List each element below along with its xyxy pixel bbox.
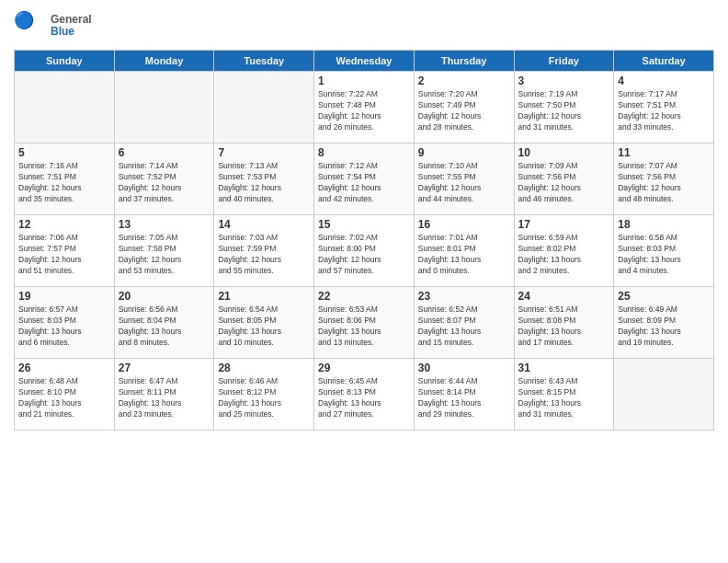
day-number: 27 bbox=[119, 362, 210, 374]
day-number: 6 bbox=[119, 146, 210, 159]
calendar-cell: 4Sunrise: 7:17 AM Sunset: 7:51 PM Daylig… bbox=[614, 72, 714, 144]
calendar-week-1: 1Sunrise: 7:22 AM Sunset: 7:48 PM Daylig… bbox=[15, 72, 714, 144]
calendar-week-2: 5Sunrise: 7:16 AM Sunset: 7:51 PM Daylig… bbox=[15, 144, 714, 215]
calendar-week-5: 26Sunrise: 6:48 AM Sunset: 8:10 PM Dayli… bbox=[15, 359, 714, 431]
logo-blue: Blue bbox=[51, 26, 92, 38]
calendar-page: 🔵 General Blue SundayMondayTuesdayWednes… bbox=[0, 0, 728, 563]
calendar-cell: 3Sunrise: 7:19 AM Sunset: 7:50 PM Daylig… bbox=[514, 72, 614, 144]
calendar-cell bbox=[15, 72, 115, 144]
day-number: 12 bbox=[18, 218, 110, 231]
day-info: Sunrise: 7:06 AM Sunset: 7:57 PM Dayligh… bbox=[18, 233, 110, 277]
day-info: Sunrise: 6:45 AM Sunset: 8:13 PM Dayligh… bbox=[318, 376, 410, 420]
day-number: 16 bbox=[418, 218, 510, 231]
day-number: 26 bbox=[18, 362, 110, 374]
calendar-cell: 12Sunrise: 7:06 AM Sunset: 7:57 PM Dayli… bbox=[15, 215, 115, 287]
weekday-thursday: Thursday bbox=[414, 51, 514, 72]
day-number: 4 bbox=[618, 75, 710, 87]
day-info: Sunrise: 7:19 AM Sunset: 7:50 PM Dayligh… bbox=[518, 89, 610, 133]
day-info: Sunrise: 7:09 AM Sunset: 7:56 PM Dayligh… bbox=[518, 161, 610, 205]
calendar-cell: 19Sunrise: 6:57 AM Sunset: 8:03 PM Dayli… bbox=[15, 287, 115, 359]
day-info: Sunrise: 6:49 AM Sunset: 8:09 PM Dayligh… bbox=[618, 304, 710, 349]
day-info: Sunrise: 6:58 AM Sunset: 8:03 PM Dayligh… bbox=[618, 233, 710, 277]
day-info: Sunrise: 6:47 AM Sunset: 8:11 PM Dayligh… bbox=[119, 376, 210, 420]
calendar-cell: 16Sunrise: 7:01 AM Sunset: 8:01 PM Dayli… bbox=[414, 215, 514, 287]
day-info: Sunrise: 7:05 AM Sunset: 7:58 PM Dayligh… bbox=[119, 233, 210, 277]
day-number: 22 bbox=[318, 290, 410, 303]
svg-text:🔵: 🔵 bbox=[14, 10, 35, 30]
calendar-cell: 28Sunrise: 6:46 AM Sunset: 8:12 PM Dayli… bbox=[214, 359, 314, 431]
day-info: Sunrise: 7:02 AM Sunset: 8:00 PM Dayligh… bbox=[318, 233, 410, 277]
logo: 🔵 General Blue bbox=[14, 9, 92, 42]
day-number: 3 bbox=[518, 75, 610, 87]
weekday-friday: Friday bbox=[514, 51, 614, 72]
calendar-cell: 31Sunrise: 6:43 AM Sunset: 8:15 PM Dayli… bbox=[514, 359, 614, 431]
day-number: 19 bbox=[18, 290, 110, 303]
day-number: 5 bbox=[18, 146, 110, 159]
calendar-cell: 13Sunrise: 7:05 AM Sunset: 7:58 PM Dayli… bbox=[114, 215, 214, 287]
day-number: 30 bbox=[418, 362, 510, 374]
day-number: 20 bbox=[119, 290, 210, 303]
calendar-week-3: 12Sunrise: 7:06 AM Sunset: 7:57 PM Dayli… bbox=[15, 215, 714, 287]
day-info: Sunrise: 7:16 AM Sunset: 7:51 PM Dayligh… bbox=[18, 161, 110, 205]
header: 🔵 General Blue bbox=[14, 9, 714, 42]
calendar-cell: 23Sunrise: 6:52 AM Sunset: 8:07 PM Dayli… bbox=[414, 287, 514, 359]
calendar-cell bbox=[214, 72, 314, 144]
calendar-cell: 24Sunrise: 6:51 AM Sunset: 8:08 PM Dayli… bbox=[514, 287, 614, 359]
day-number: 1 bbox=[318, 75, 410, 87]
calendar-cell: 8Sunrise: 7:12 AM Sunset: 7:54 PM Daylig… bbox=[314, 144, 415, 215]
day-number: 17 bbox=[518, 218, 610, 231]
weekday-sunday: Sunday bbox=[15, 51, 115, 72]
calendar-cell: 18Sunrise: 6:58 AM Sunset: 8:03 PM Dayli… bbox=[614, 215, 714, 287]
calendar-cell: 25Sunrise: 6:49 AM Sunset: 8:09 PM Dayli… bbox=[614, 287, 714, 359]
day-info: Sunrise: 7:03 AM Sunset: 7:59 PM Dayligh… bbox=[218, 233, 310, 277]
day-info: Sunrise: 6:51 AM Sunset: 8:08 PM Dayligh… bbox=[518, 304, 610, 349]
day-info: Sunrise: 6:59 AM Sunset: 8:02 PM Dayligh… bbox=[518, 233, 610, 277]
day-info: Sunrise: 6:53 AM Sunset: 8:06 PM Dayligh… bbox=[318, 304, 410, 349]
day-number: 24 bbox=[518, 290, 610, 303]
calendar-cell bbox=[114, 72, 214, 144]
calendar-cell: 17Sunrise: 6:59 AM Sunset: 8:02 PM Dayli… bbox=[514, 215, 614, 287]
day-info: Sunrise: 7:22 AM Sunset: 7:48 PM Dayligh… bbox=[318, 89, 410, 133]
day-number: 14 bbox=[218, 218, 310, 231]
day-info: Sunrise: 6:48 AM Sunset: 8:10 PM Dayligh… bbox=[18, 376, 110, 420]
calendar-cell: 22Sunrise: 6:53 AM Sunset: 8:06 PM Dayli… bbox=[314, 287, 415, 359]
calendar-cell: 1Sunrise: 7:22 AM Sunset: 7:48 PM Daylig… bbox=[314, 72, 415, 144]
weekday-tuesday: Tuesday bbox=[214, 51, 314, 72]
day-info: Sunrise: 6:57 AM Sunset: 8:03 PM Dayligh… bbox=[18, 304, 110, 349]
calendar-cell: 5Sunrise: 7:16 AM Sunset: 7:51 PM Daylig… bbox=[15, 144, 115, 215]
day-number: 28 bbox=[218, 362, 310, 374]
day-info: Sunrise: 7:20 AM Sunset: 7:49 PM Dayligh… bbox=[418, 89, 510, 133]
day-info: Sunrise: 7:07 AM Sunset: 7:56 PM Dayligh… bbox=[618, 161, 710, 205]
logo-icon: 🔵 bbox=[14, 9, 47, 42]
calendar-cell: 21Sunrise: 6:54 AM Sunset: 8:05 PM Dayli… bbox=[214, 287, 314, 359]
weekday-header-row: SundayMondayTuesdayWednesdayThursdayFrid… bbox=[15, 51, 714, 72]
weekday-saturday: Saturday bbox=[614, 51, 714, 72]
calendar-week-4: 19Sunrise: 6:57 AM Sunset: 8:03 PM Dayli… bbox=[15, 287, 714, 359]
day-info: Sunrise: 7:17 AM Sunset: 7:51 PM Dayligh… bbox=[618, 89, 710, 133]
day-number: 29 bbox=[318, 362, 410, 374]
weekday-wednesday: Wednesday bbox=[314, 51, 415, 72]
day-number: 21 bbox=[218, 290, 310, 303]
day-number: 7 bbox=[218, 146, 310, 159]
calendar-cell: 9Sunrise: 7:10 AM Sunset: 7:55 PM Daylig… bbox=[414, 144, 514, 215]
calendar-cell bbox=[614, 359, 714, 431]
day-info: Sunrise: 6:46 AM Sunset: 8:12 PM Dayligh… bbox=[218, 376, 310, 420]
day-info: Sunrise: 7:14 AM Sunset: 7:52 PM Dayligh… bbox=[119, 161, 210, 205]
day-number: 11 bbox=[618, 146, 710, 159]
day-number: 2 bbox=[418, 75, 510, 87]
calendar-cell: 7Sunrise: 7:13 AM Sunset: 7:53 PM Daylig… bbox=[214, 144, 314, 215]
calendar-cell: 20Sunrise: 6:56 AM Sunset: 8:04 PM Dayli… bbox=[114, 287, 214, 359]
calendar-cell: 29Sunrise: 6:45 AM Sunset: 8:13 PM Dayli… bbox=[314, 359, 415, 431]
day-number: 23 bbox=[418, 290, 510, 303]
day-info: Sunrise: 7:12 AM Sunset: 7:54 PM Dayligh… bbox=[318, 161, 410, 205]
day-info: Sunrise: 6:43 AM Sunset: 8:15 PM Dayligh… bbox=[518, 376, 610, 420]
day-number: 8 bbox=[318, 146, 410, 159]
day-info: Sunrise: 6:56 AM Sunset: 8:04 PM Dayligh… bbox=[119, 304, 210, 349]
day-info: Sunrise: 6:54 AM Sunset: 8:05 PM Dayligh… bbox=[218, 304, 310, 349]
day-number: 31 bbox=[518, 362, 610, 374]
calendar-cell: 10Sunrise: 7:09 AM Sunset: 7:56 PM Dayli… bbox=[514, 144, 614, 215]
day-info: Sunrise: 6:44 AM Sunset: 8:14 PM Dayligh… bbox=[418, 376, 510, 420]
day-info: Sunrise: 7:01 AM Sunset: 8:01 PM Dayligh… bbox=[418, 233, 510, 277]
day-number: 9 bbox=[418, 146, 510, 159]
day-info: Sunrise: 7:13 AM Sunset: 7:53 PM Dayligh… bbox=[218, 161, 310, 205]
